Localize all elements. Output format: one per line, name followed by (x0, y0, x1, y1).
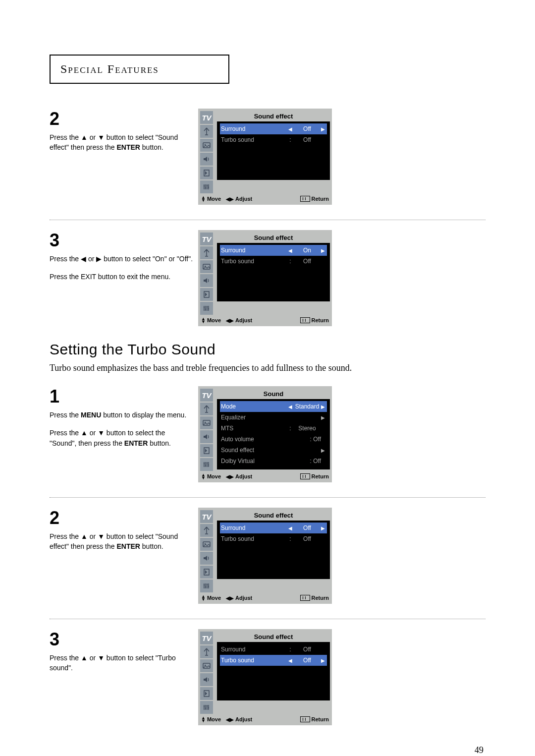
menu-row[interactable]: Sound effect▶ (220, 445, 327, 456)
menu-row[interactable]: Turbo sound:Off (220, 256, 327, 267)
svg-rect-21 (205, 586, 206, 587)
manual-page: Special Features 2 Press the ▲ or ▼ butt… (0, 0, 535, 756)
feature-icon (200, 444, 215, 458)
arrow-glyph: ▼ (98, 532, 105, 540)
setup-icon (200, 180, 215, 194)
menu-row[interactable]: Surround◀Off▶ (220, 523, 327, 533)
svg-rect-20 (204, 584, 205, 585)
leftright-icon: ◀▶ (226, 717, 234, 722)
menu-row[interactable]: MTS:Stereo (220, 423, 327, 434)
tv-osd: TV Sound Mode◀Standard▶Equalizer▶MTS:Ste… (198, 386, 332, 482)
menu-label: Turbo sound (221, 535, 287, 542)
menu-row[interactable]: Turbo sound:Off (220, 533, 327, 544)
menu-label: Surround (221, 125, 288, 132)
osd-title: Sound effect (217, 631, 330, 642)
svg-rect-3 (205, 187, 206, 188)
footer-return: Return (312, 473, 329, 479)
antenna-icon (200, 645, 215, 659)
footer-move: Move (207, 473, 221, 479)
svg-rect-26 (204, 706, 205, 707)
svg-rect-4 (207, 185, 208, 186)
menu-label: Turbo sound (221, 258, 287, 265)
right-arrow-icon: ▶ (321, 404, 326, 409)
menu-label: Dolby Virtual (221, 458, 310, 465)
picture-icon (200, 416, 215, 430)
setup-icon (200, 579, 215, 593)
step-instruction: Press the ▲ or ▼ button to select "Sound… (50, 132, 193, 153)
footer-adjust: Adjust (235, 317, 252, 323)
step-number: 2 (50, 109, 193, 129)
osd-footer: ▲▼Move ◀▶Adjust Return (200, 714, 330, 723)
left-arrow-icon: ◀ (288, 525, 293, 531)
left-arrow-icon: ◀ (288, 126, 293, 132)
arrow-glyph: ▼ (98, 654, 105, 662)
menu-label: Turbo sound (221, 136, 287, 143)
osd-title: Sound (217, 388, 330, 399)
menu-row[interactable]: Turbo sound◀Off▶ (220, 655, 327, 666)
feature-icon (200, 288, 215, 301)
osd-category-icons: TV (200, 510, 215, 593)
menu-row[interactable]: Mode◀Standard▶ (220, 401, 327, 412)
tv-osd: TV Sound effect Surround◀Off▶Turbo sound… (198, 508, 332, 604)
osd-footer: ▲▼Move ◀▶Adjust Return (200, 194, 330, 203)
menu-value: On (293, 247, 321, 254)
menu-label: Surround (221, 524, 288, 531)
tv-osd: TV Sound effect Surround◀Off▶Turbo sound… (198, 109, 332, 205)
footer-return: Return (312, 196, 329, 202)
menu-row[interactable]: Equalizer▶ (220, 412, 327, 423)
separator (50, 619, 485, 619)
step-block: 3 Press the ◀ or ▶ button to select "On"… (50, 230, 485, 326)
menu-row[interactable]: Surround◀On▶ (220, 245, 327, 256)
footer-return: Return (312, 317, 329, 323)
picture-icon (200, 537, 215, 551)
menu-label: Sound effect (221, 447, 321, 454)
right-arrow-icon: ▶ (321, 658, 326, 663)
svg-rect-23 (208, 586, 209, 587)
osd-footer: ▲▼Move ◀▶Adjust Return (200, 471, 330, 480)
sound-icon (200, 274, 215, 288)
menu-value: Stereo (293, 425, 321, 432)
leftright-icon: ◀▶ (226, 595, 234, 601)
footer-adjust: Adjust (235, 595, 252, 601)
menu-label: Mode (221, 403, 288, 410)
right-arrow-icon: ▶ (321, 415, 326, 420)
menu-row[interactable]: Auto volume: Off (220, 434, 327, 445)
button-name: MENU (81, 411, 101, 419)
menu-value: Off (293, 524, 321, 531)
svg-rect-10 (207, 306, 208, 307)
menu-row[interactable]: Surround◀Off▶ (220, 123, 327, 134)
menu-value: Off (293, 125, 321, 132)
left-arrow-icon: ◀ (288, 658, 293, 663)
osd-footer: ▲▼Move ◀▶Adjust Return (200, 593, 330, 602)
menu-row[interactable]: Turbo sound:Off (220, 134, 327, 145)
menu-row[interactable]: Surround:Off (220, 644, 327, 655)
menu-row[interactable]: Dolby Virtual: Off (220, 456, 327, 466)
svg-rect-29 (208, 707, 209, 708)
tv-label-icon: TV (200, 111, 215, 124)
footer-return: Return (312, 716, 329, 722)
feature-icon (200, 565, 215, 579)
step-instruction: Press the MENU button to display the men… (50, 410, 193, 420)
step-instruction: Press the ▲ or ▼ button to select "Sound… (50, 531, 193, 552)
arrow-glyph: ▲ (81, 133, 88, 141)
step-number: 1 (50, 386, 193, 407)
arrow-glyph: ▶ (96, 255, 102, 263)
osd-footer: ▲▼Move ◀▶Adjust Return (200, 315, 330, 324)
osd-category-icons: TV (200, 111, 215, 194)
footer-move: Move (207, 317, 221, 323)
svg-rect-27 (205, 708, 206, 709)
svg-rect-14 (204, 463, 205, 464)
arrow-glyph: ▲ (81, 654, 88, 662)
sound-icon (200, 551, 215, 565)
return-icon (300, 196, 310, 202)
sound-icon (200, 152, 215, 166)
svg-rect-9 (205, 309, 206, 310)
tv-label-icon: TV (200, 388, 215, 402)
updown-icon: ▲▼ (201, 473, 206, 479)
right-arrow-icon: ▶ (321, 525, 326, 531)
tv-label-icon: TV (200, 232, 215, 246)
menu-value: Off (293, 646, 321, 653)
svg-rect-15 (205, 465, 206, 466)
picture-icon (200, 260, 215, 274)
step-instruction: Press the ◀ or ▶ button to select "On" o… (50, 254, 193, 264)
